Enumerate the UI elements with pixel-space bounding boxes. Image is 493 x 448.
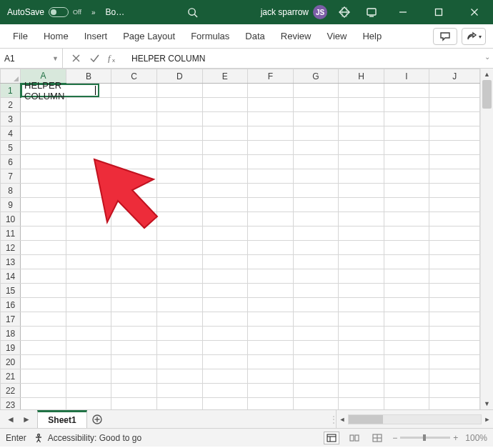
cell[interactable]	[384, 284, 429, 298]
cell[interactable]	[202, 184, 248, 198]
tab-data[interactable]: Data	[238, 24, 272, 48]
scroll-left-icon[interactable]: ◄	[337, 410, 348, 428]
expand-formula-bar-icon[interactable]: ⌄	[484, 53, 490, 61]
cell[interactable]	[202, 155, 248, 169]
cell[interactable]	[339, 169, 384, 184]
cell[interactable]	[248, 112, 294, 126]
cell[interactable]	[66, 369, 111, 384]
quick-access-overflow-icon[interactable]: »	[89, 9, 99, 16]
ribbon-display-options-icon[interactable]	[362, 2, 382, 22]
cell[interactable]	[293, 255, 339, 269]
cell[interactable]	[111, 369, 157, 384]
column-header-H[interactable]: H	[339, 69, 384, 84]
cell[interactable]	[156, 198, 202, 212]
row-header-4[interactable]: 4	[1, 126, 21, 141]
sheet-nav-next-icon[interactable]: ►	[20, 413, 33, 426]
cell[interactable]	[293, 369, 339, 384]
cell[interactable]	[429, 369, 480, 384]
cell[interactable]	[429, 155, 480, 169]
cell[interactable]	[21, 284, 66, 298]
cell[interactable]	[384, 198, 429, 212]
cell[interactable]	[248, 155, 294, 169]
cell[interactable]	[339, 298, 384, 312]
cell-A1-editing[interactable]: HELPER COLUMN	[21, 84, 99, 97]
cell[interactable]	[66, 169, 111, 184]
cell[interactable]	[202, 84, 248, 98]
cell[interactable]	[293, 84, 339, 98]
cell[interactable]	[293, 341, 339, 355]
row-header-21[interactable]: 21	[1, 369, 21, 384]
cell[interactable]	[384, 327, 429, 341]
cell[interactable]	[66, 327, 111, 341]
column-header-I[interactable]: I	[384, 69, 429, 84]
accessibility-status[interactable]: Accessibility: Good to go	[34, 433, 141, 443]
cell[interactable]	[248, 384, 294, 398]
column-header-J[interactable]: J	[429, 69, 480, 84]
cell[interactable]	[248, 369, 294, 384]
cell[interactable]	[202, 241, 248, 255]
cell[interactable]	[293, 384, 339, 398]
zoom-out-icon[interactable]: −	[392, 433, 397, 443]
cell[interactable]	[248, 241, 294, 255]
cell[interactable]	[339, 184, 384, 198]
row-header-22[interactable]: 22	[1, 384, 21, 398]
cell[interactable]	[339, 227, 384, 241]
cell[interactable]	[66, 298, 111, 312]
cell[interactable]	[293, 126, 339, 141]
cell[interactable]	[339, 312, 384, 327]
tab-help[interactable]: Help	[355, 24, 389, 48]
cell[interactable]	[156, 169, 202, 184]
cell[interactable]	[293, 355, 339, 369]
cell[interactable]	[339, 141, 384, 155]
column-header-F[interactable]: F	[248, 69, 294, 84]
document-name[interactable]: Bo…	[105, 7, 124, 17]
scroll-right-icon[interactable]: ►	[482, 410, 493, 428]
cell[interactable]	[202, 312, 248, 327]
cell[interactable]	[66, 198, 111, 212]
cell[interactable]	[202, 255, 248, 269]
row-header-5[interactable]: 5	[1, 141, 21, 155]
cell[interactable]	[293, 198, 339, 212]
row-header-1[interactable]: 1	[1, 84, 21, 98]
row-header-20[interactable]: 20	[1, 355, 21, 369]
cell[interactable]	[429, 212, 480, 227]
cell[interactable]	[202, 169, 248, 184]
row-header-3[interactable]: 3	[1, 112, 21, 126]
cell[interactable]	[293, 98, 339, 112]
cell[interactable]	[293, 155, 339, 169]
tab-file[interactable]: File	[6, 24, 35, 48]
cell[interactable]	[293, 141, 339, 155]
cell[interactable]	[156, 155, 202, 169]
row-header-11[interactable]: 11	[1, 227, 21, 241]
cell[interactable]	[202, 227, 248, 241]
column-header-G[interactable]: G	[293, 69, 339, 84]
cell[interactable]	[111, 384, 157, 398]
cell[interactable]	[21, 198, 66, 212]
cell[interactable]	[384, 141, 429, 155]
cell[interactable]	[248, 227, 294, 241]
cell[interactable]	[156, 98, 202, 112]
cell[interactable]	[248, 255, 294, 269]
cell[interactable]	[156, 184, 202, 198]
cell[interactable]	[21, 126, 66, 141]
horizontal-scroll-thumb[interactable]	[349, 415, 383, 424]
zoom-in-icon[interactable]: +	[453, 433, 458, 443]
cell[interactable]	[429, 241, 480, 255]
scroll-down-icon[interactable]: ▼	[481, 398, 493, 409]
cell[interactable]	[156, 255, 202, 269]
cell[interactable]	[429, 255, 480, 269]
cell[interactable]	[66, 312, 111, 327]
cell[interactable]	[384, 212, 429, 227]
cell[interactable]	[66, 126, 111, 141]
select-all-corner[interactable]	[1, 69, 21, 84]
cell[interactable]	[66, 141, 111, 155]
cell[interactable]	[21, 327, 66, 341]
cell[interactable]	[293, 327, 339, 341]
row-header-8[interactable]: 8	[1, 184, 21, 198]
cell[interactable]	[66, 355, 111, 369]
row-header-2[interactable]: 2	[1, 98, 21, 112]
user-account[interactable]: jack sparrow JS	[261, 5, 327, 19]
normal-view-button[interactable]	[324, 432, 339, 444]
cell[interactable]	[21, 398, 66, 410]
cell[interactable]	[339, 398, 384, 410]
